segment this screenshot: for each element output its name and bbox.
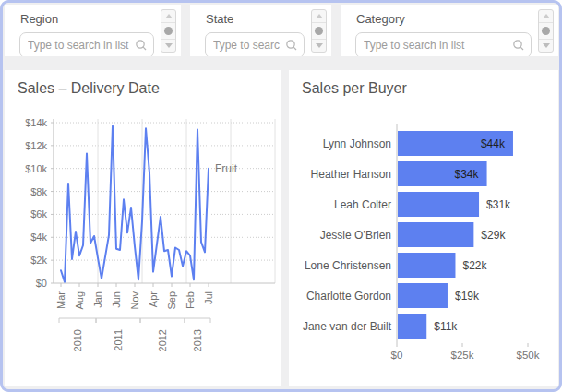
bar-chart-card: Lynn Johnson$44kHeather Hanson$34kLeah C…	[289, 70, 558, 386]
search-input-category[interactable]	[355, 32, 532, 56]
svg-text:$50k: $50k	[517, 350, 540, 361]
svg-text:Jessie O’Brien: Jessie O’Brien	[320, 229, 391, 242]
scroll-down-icon[interactable]	[539, 39, 553, 52]
svg-text:$29k: $29k	[481, 229, 506, 242]
svg-text:Sep: Sep	[166, 291, 177, 310]
svg-text:Heather Hanson: Heather Hanson	[311, 168, 391, 181]
svg-text:Lone Christensen: Lone Christensen	[305, 259, 391, 272]
scroll-up-icon[interactable]	[312, 10, 326, 23]
svg-text:2011: 2011	[113, 329, 124, 351]
delivery-date-line-chart[interactable]: $0$2k$4k$6k$8k$10k$12k$14kMarAugJanJunNo…	[5, 70, 281, 386]
svg-text:$4k: $4k	[30, 232, 47, 243]
svg-text:Nov: Nov	[129, 291, 140, 310]
app-frame: Region State	[0, 0, 562, 392]
svg-text:Leah Colter: Leah Colter	[334, 198, 391, 211]
svg-text:Mar: Mar	[55, 291, 66, 309]
search-box	[19, 32, 154, 56]
scrollbar[interactable]	[311, 9, 327, 53]
svg-text:$0: $0	[36, 278, 47, 289]
svg-text:Jan: Jan	[92, 291, 103, 308]
svg-text:$10k: $10k	[25, 163, 47, 174]
svg-text:$25k: $25k	[451, 350, 474, 361]
svg-text:Aug: Aug	[74, 291, 85, 310]
svg-text:$11k: $11k	[434, 320, 458, 333]
svg-text:Jane van der Built: Jane van der Built	[303, 320, 392, 333]
search-icon	[135, 39, 148, 52]
filter-card-region: Region	[5, 5, 181, 56]
svg-text:Apr: Apr	[148, 291, 159, 307]
svg-text:$31k: $31k	[486, 198, 511, 211]
svg-text:$0: $0	[391, 350, 403, 361]
scroll-thumb[interactable]	[312, 23, 326, 39]
svg-text:Jun: Jun	[111, 291, 122, 308]
svg-text:$6k: $6k	[30, 208, 47, 220]
svg-text:$2k: $2k	[30, 255, 47, 266]
filter-title-category: Category	[356, 12, 405, 26]
scroll-up-icon[interactable]	[539, 10, 553, 23]
line-chart-title: Sales – Delivery Date	[18, 80, 160, 97]
search-box	[205, 32, 305, 56]
svg-text:Lynn Johnson: Lynn Johnson	[323, 137, 391, 150]
svg-text:$44k: $44k	[481, 137, 506, 150]
scroll-up-icon[interactable]	[161, 10, 175, 23]
search-icon	[285, 39, 298, 52]
filter-title-state: State	[206, 12, 233, 26]
svg-text:$8k: $8k	[30, 186, 47, 197]
svg-text:Charlotte Gordon: Charlotte Gordon	[306, 290, 391, 303]
filter-card-category: Category	[341, 5, 558, 56]
scrollbar[interactable]	[161, 9, 176, 53]
svg-text:$12k: $12k	[25, 140, 47, 151]
bar-chart-title: Sales per Buyer	[302, 80, 407, 97]
scroll-down-icon[interactable]	[161, 39, 175, 52]
scroll-thumb[interactable]	[161, 23, 175, 39]
svg-text:$22k: $22k	[462, 259, 487, 272]
filter-card-state: State	[190, 5, 331, 56]
sales-per-buyer-bar-chart[interactable]: Lynn Johnson$44kHeather Hanson$34kLeah C…	[289, 70, 558, 386]
svg-text:Fruit: Fruit	[215, 162, 238, 175]
scroll-thumb[interactable]	[539, 23, 553, 39]
svg-text:$14k: $14k	[25, 117, 47, 128]
line-chart-card: $0$2k$4k$6k$8k$10k$12k$14kMarAugJanJunNo…	[5, 70, 281, 386]
svg-text:Feb: Feb	[185, 291, 196, 309]
scroll-down-icon[interactable]	[312, 39, 326, 52]
svg-text:2010: 2010	[72, 329, 83, 351]
svg-text:Jul: Jul	[203, 291, 214, 304]
svg-text:2012: 2012	[157, 329, 168, 351]
search-icon	[512, 39, 525, 52]
filter-title-region: Region	[20, 12, 58, 26]
svg-text:$19k: $19k	[455, 290, 480, 303]
scrollbar[interactable]	[538, 9, 554, 53]
svg-text:2013: 2013	[192, 329, 203, 351]
svg-text:$34k: $34k	[455, 168, 480, 181]
search-box	[355, 32, 532, 56]
